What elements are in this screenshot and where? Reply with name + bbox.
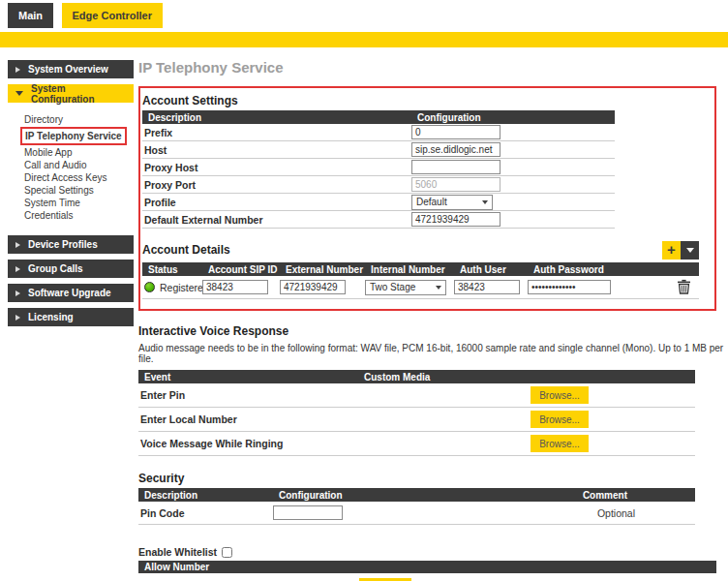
proxy-port-input (411, 177, 500, 192)
account-settings-header: Description Configuration (142, 110, 615, 124)
table-row: Profile Default (142, 194, 615, 211)
column-description: Description (138, 490, 273, 501)
column-status: Status (142, 264, 202, 275)
tab-bar: Main Edge Controller (0, 0, 728, 30)
pin-code-comment: Optional (448, 507, 695, 519)
sidebar-item-directory[interactable]: Directory (24, 113, 136, 126)
dropdown-arrow-icon (436, 286, 441, 290)
account-details-table: Status Account SIP ID External Number In… (142, 262, 699, 299)
chevron-right-icon (15, 242, 20, 248)
table-row: Proxy Host (142, 159, 615, 176)
column-account-sip-id: Account SIP ID (202, 264, 280, 275)
column-auth-user: Auth User (454, 264, 528, 275)
dropdown-arrow-icon (482, 200, 488, 204)
column-internal-number: Internal Number (365, 264, 454, 275)
system-configuration-submenu: Directory IP Telephony Service Mobile Ap… (24, 113, 136, 222)
profile-select[interactable]: Default (411, 195, 493, 210)
expand-accounts-button[interactable] (681, 241, 699, 260)
account-settings-table: Description Configuration Prefix Host Pr… (142, 110, 615, 229)
sidebar-item-software-upgrade[interactable]: Software Upgrade (8, 284, 134, 302)
highlighted-region: Account Settings Description Configurati… (138, 86, 716, 311)
main-content: IP Telephony Service Account Settings De… (136, 47, 728, 581)
account-details-title: Account Details (142, 243, 230, 257)
sidebar-item-credentials[interactable]: Credentials (24, 209, 136, 222)
sidebar-item-device-profiles[interactable]: Device Profiles (8, 235, 134, 254)
enable-whitelist-checkbox[interactable] (222, 547, 232, 558)
table-row: Host (142, 141, 615, 159)
table-row: Proxy Port (142, 176, 615, 194)
account-sip-id-input[interactable] (202, 280, 268, 294)
chevron-down-icon (15, 91, 23, 96)
accent-bar (0, 32, 728, 47)
chevron-right-icon (15, 67, 20, 73)
column-auth-password: Auth Password (528, 264, 622, 275)
prefix-input[interactable] (411, 125, 500, 139)
chevron-right-icon (15, 315, 20, 321)
ivr-title: Interactive Voice Response (138, 324, 728, 338)
security-header: Description Configuration Comment (138, 488, 695, 502)
tab-main[interactable]: Main (8, 3, 53, 28)
table-row: Prefix (142, 124, 615, 141)
delete-account-trash-icon[interactable] (677, 279, 691, 294)
auth-user-input[interactable] (454, 280, 520, 294)
account-details-header: Status Account SIP ID External Number In… (142, 262, 699, 276)
table-row: Default External Number (142, 211, 615, 229)
ivr-header: Event Custom Media (138, 370, 695, 383)
status-registered-icon (144, 282, 155, 292)
sidebar-item-group-calls[interactable]: Group Calls (8, 260, 134, 278)
security-table: Description Configuration Comment Pin Co… (138, 488, 695, 525)
chevron-down-icon (686, 248, 694, 253)
page-title: IP Telephony Service (138, 59, 728, 76)
account-settings-title: Account Settings (142, 94, 714, 107)
security-row: Pin Code Optional (138, 502, 695, 525)
pin-code-input[interactable] (273, 505, 343, 520)
default-external-number-input[interactable] (411, 212, 500, 227)
ivr-row: Enter Local Number Browse... (138, 408, 695, 432)
sidebar-item-direct-access-keys[interactable]: Direct Access Keys (24, 171, 136, 184)
sidebar-item-licensing[interactable]: Licensing (8, 308, 134, 326)
auth-password-input[interactable] (528, 280, 611, 294)
proxy-host-input[interactable] (411, 160, 500, 174)
column-configuration: Configuration (411, 112, 481, 123)
column-custom-media: Custom Media (358, 372, 430, 382)
ivr-row: Enter Pin Browse... (138, 383, 695, 408)
sidebar-item-system-overview[interactable]: System Overview (8, 60, 134, 78)
add-account-button[interactable]: + (662, 241, 681, 260)
sidebar-item-call-and-audio[interactable]: Call and Audio (24, 159, 136, 171)
external-number-input[interactable] (280, 280, 346, 294)
chevron-right-icon (15, 290, 20, 296)
enable-whitelist-row: Enable Whitelist (138, 546, 728, 558)
ivr-table: Event Custom Media Enter Pin Browse... E… (138, 370, 695, 456)
sidebar: System Overview System Configuration Dir… (0, 47, 136, 332)
enable-whitelist-label: Enable Whitelist (138, 546, 217, 558)
account-details-headrow: Account Details + (142, 241, 699, 260)
sidebar-item-system-configuration[interactable]: System Configuration (8, 84, 134, 103)
column-configuration: Configuration (273, 490, 448, 501)
internal-number-select[interactable]: Two Stage (365, 280, 446, 295)
sidebar-item-mobile-app[interactable]: Mobile App (24, 146, 136, 159)
tab-edge-controller[interactable]: Edge Controller (62, 3, 164, 28)
security-title: Security (138, 472, 728, 485)
browse-enter-pin-button[interactable]: Browse... (531, 386, 589, 404)
account-row: Registered Two Stage (142, 276, 699, 299)
column-event: Event (138, 372, 358, 382)
ivr-format-note: Audio message needs to be in the followi… (138, 343, 728, 364)
sidebar-item-system-time[interactable]: System Time (24, 197, 136, 209)
chevron-right-icon (15, 266, 20, 272)
allow-number-header: Allow Number (138, 561, 716, 573)
column-external-number: External Number (280, 264, 365, 275)
ivr-row: Voice Message While Ringing Browse... (138, 432, 695, 456)
column-description: Description (142, 112, 411, 123)
browse-enter-local-number-button[interactable]: Browse... (531, 411, 589, 428)
sidebar-item-ip-telephony-service[interactable]: IP Telephony Service (20, 127, 127, 145)
browse-voice-message-button[interactable]: Browse... (531, 435, 589, 452)
host-input[interactable] (411, 142, 500, 157)
sidebar-item-special-settings[interactable]: Special Settings (24, 184, 136, 197)
column-comment: Comment (448, 490, 695, 501)
